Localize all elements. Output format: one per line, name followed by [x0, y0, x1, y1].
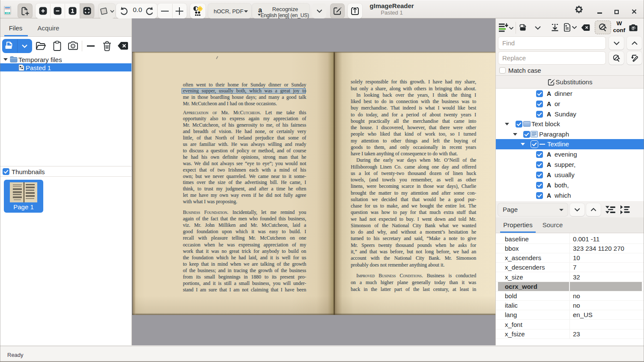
svg-text:OCR: OCR	[6, 12, 9, 14]
